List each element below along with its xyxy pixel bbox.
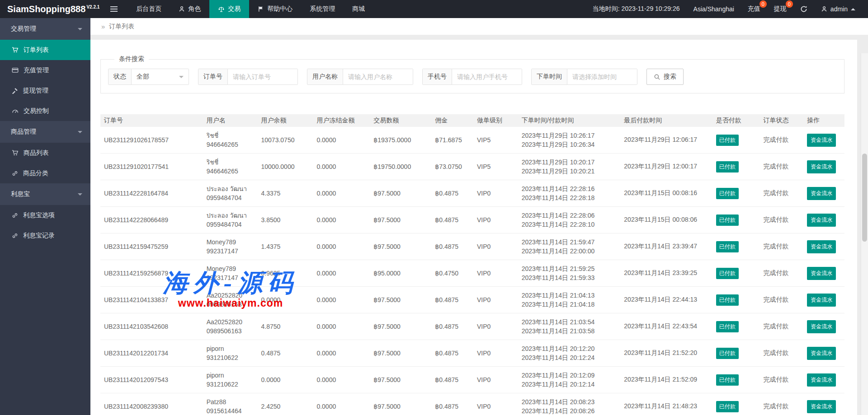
hamburger-icon[interactable] [110, 5, 118, 13]
paid-badge: 已付款 [716, 188, 739, 199]
paid-badge: 已付款 [716, 348, 739, 359]
cell-last-pay-time: 2023年11月14日 22:44:13 [620, 287, 712, 313]
recharge-shortcut[interactable]: 充值 0 [748, 5, 760, 13]
cell-amount: ฿97.5000 [370, 313, 431, 340]
timezone[interactable]: Asia/Shanghai [693, 5, 734, 13]
cell-last-pay-time: 2023年11月29日 12:00:17 [620, 154, 712, 180]
scales-icon [218, 6, 225, 13]
chevron-down-icon [78, 131, 82, 135]
top-menu-item[interactable]: 交易 [209, 0, 249, 18]
paid-badge: 已付款 [716, 294, 739, 306]
cell-commission: ฿0.4875 [431, 367, 473, 393]
username-input[interactable] [343, 69, 413, 84]
cell-frozen: 0.0000 [313, 313, 370, 340]
top-menu-item[interactable]: 系统管理 [301, 0, 344, 18]
cell-amount: ฿97.5000 [370, 287, 431, 313]
paid-badge: 已付款 [716, 268, 739, 279]
cell-status: 完成付款 [760, 233, 804, 260]
cell-commission: ฿0.4875 [431, 313, 473, 340]
top-menu-item[interactable]: 后台首页 [127, 0, 170, 18]
column-header: 用户名 [203, 114, 258, 127]
chevron-down-icon [179, 76, 184, 80]
cell-user: ประลอง วัฒนา0959484704 [203, 180, 258, 207]
cell-level: VIP0 [473, 180, 518, 207]
withdraw-shortcut[interactable]: 提现 0 [774, 5, 787, 13]
chevron-down-icon [78, 193, 82, 198]
sidebar-group[interactable]: 交易管理 [0, 18, 90, 40]
cell-commission: ฿0.4875 [431, 393, 473, 415]
fund-flow-button[interactable]: 资金流水 [807, 267, 836, 280]
sidebar-item[interactable]: 充值管理 [0, 60, 90, 80]
cell-frozen: 0.0000 [313, 287, 370, 313]
cell-frozen: 0.0000 [313, 233, 370, 260]
content-area: 条件搜索 状态 全部 订单号 用户名称 [90, 35, 868, 415]
cell-order-pay-time: 2023年11月14日 21:04:132023年11月14日 21:04:18 [518, 287, 621, 313]
sidebar-item[interactable]: 订单列表 [0, 40, 90, 60]
sidebar-item[interactable]: 交易控制 [0, 101, 90, 121]
cell-level: VIP5 [473, 154, 518, 180]
search-button[interactable]: 搜索 [646, 69, 684, 85]
column-header: 订单状态 [760, 114, 804, 127]
cell-order-id: UB2311142228164784 [100, 180, 203, 207]
status-select[interactable]: 全部 [132, 69, 189, 84]
column-header: 用户冻结金额 [313, 114, 370, 127]
username-filter: 用户名称 [307, 69, 413, 85]
sidebar-item[interactable]: 利息宝记录 [0, 225, 90, 246]
fund-flow-button[interactable]: 资金流水 [807, 160, 836, 173]
fund-flow-button[interactable]: 资金流水 [807, 400, 836, 413]
cell-paid: 已付款 [712, 233, 760, 260]
fund-flow-button[interactable]: 资金流水 [807, 214, 836, 227]
sidebar-item[interactable]: 利息宝选项 [0, 205, 90, 225]
cell-commission: ฿0.4875 [431, 340, 473, 367]
top-menu-item[interactable]: 商城 [344, 0, 373, 18]
order-no-input[interactable] [228, 69, 297, 84]
scrollbar-thumb[interactable] [862, 154, 867, 242]
fund-flow-button[interactable]: 资金流水 [807, 294, 836, 307]
cell-status: 完成付款 [760, 127, 804, 154]
sidebar-group[interactable]: 利息宝 [0, 183, 90, 205]
cell-balance: 4.8750 [258, 313, 313, 340]
fund-flow-button[interactable]: 资金流水 [807, 134, 836, 147]
top-menu-item[interactable]: 角色 [170, 0, 209, 18]
user-menu[interactable]: admin [821, 5, 855, 13]
top-menu-label: 系统管理 [310, 5, 335, 13]
fund-flow-button[interactable]: 资金流水 [807, 187, 836, 200]
sidebar-item[interactable]: 商品分类 [0, 163, 90, 183]
fund-flow-button[interactable]: 资金流水 [807, 347, 836, 360]
phone-input[interactable] [452, 69, 522, 84]
top-menu: 后台首页角色交易帮助中心系统管理商城 [127, 0, 373, 18]
top-menu-item[interactable]: 帮助中心 [249, 0, 301, 18]
sidebar-item[interactable]: 提现管理 [0, 80, 90, 101]
sidebar-group[interactable]: 商品管理 [0, 121, 90, 143]
refresh-icon[interactable] [800, 5, 807, 13]
order-list-panel: 条件搜索 状态 全部 订单号 用户名称 [90, 40, 857, 415]
sidebar-item[interactable]: 商品列表 [0, 143, 90, 163]
username-label: 用户名称 [307, 69, 343, 84]
column-header: 操作 [803, 114, 844, 127]
cell-commission: ฿71.6875 [431, 127, 473, 154]
cell-amount: ฿97.5000 [370, 393, 431, 415]
cell-user: ริชชี่946646265 [203, 154, 258, 180]
cell-commission: ฿0.4875 [431, 233, 473, 260]
scrollbar[interactable] [861, 53, 868, 415]
cell-amount: ฿97.5000 [370, 207, 431, 233]
order-time-input[interactable] [567, 69, 637, 84]
fund-flow-button[interactable]: 资金流水 [807, 240, 836, 253]
cell-order-pay-time: 2023年11月14日 21:03:542023年11月14日 21:03:58 [518, 313, 621, 340]
column-header: 订单号 [100, 114, 203, 127]
cell-level: VIP0 [473, 313, 518, 340]
sidebar-item-label: 交易控制 [24, 107, 49, 115]
table-row: UB2311142159256879Money7899923171470.962… [100, 260, 844, 287]
cell-order-id: UB2311142159475259 [100, 233, 203, 260]
cell-frozen: 0.0000 [313, 367, 370, 393]
cell-user: Money789992317147 [203, 260, 258, 287]
gavel-icon [12, 88, 18, 94]
filter-row: 状态 全部 订单号 用户名称 手机 [108, 69, 844, 85]
cell-amount: ฿97.5000 [370, 340, 431, 367]
app-logo[interactable]: SiamShopping888V2.2.1 [0, 4, 104, 14]
fund-flow-button[interactable]: 资金流水 [807, 320, 836, 333]
sidebar-item-label: 充值管理 [24, 66, 49, 75]
cell-balance: 0.0000 [258, 367, 313, 393]
cell-frozen: 0.0000 [313, 154, 370, 180]
fund-flow-button[interactable]: 资金流水 [807, 373, 836, 387]
